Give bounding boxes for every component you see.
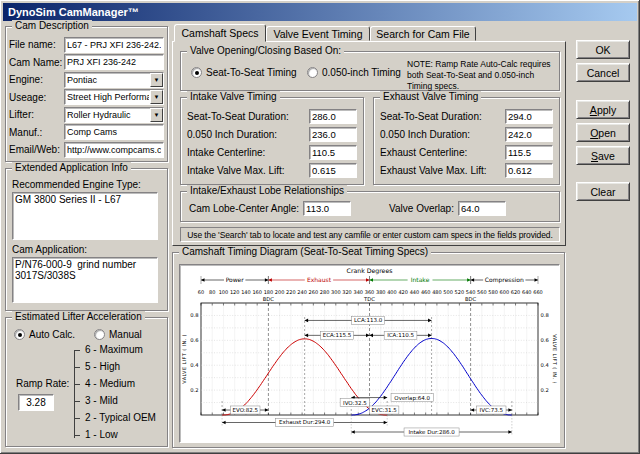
manual-radio[interactable]: Manual [94, 329, 142, 340]
timing-diagram-title: Camshaft Timing Diagram (Seat-To-Seat Ti… [179, 246, 431, 257]
tab-search-cam-file[interactable]: Search for Cam File [370, 26, 476, 41]
svg-text:0.6: 0.6 [190, 337, 198, 343]
svg-text:TDC: TDC [363, 296, 375, 302]
svg-text:0.2: 0.2 [190, 387, 198, 393]
scale-tick [74, 367, 80, 368]
svg-text:0.8: 0.8 [190, 312, 198, 318]
save-button[interactable]: Save [576, 146, 630, 165]
svg-text:0.4: 0.4 [190, 362, 199, 368]
svg-text:0.4: 0.4 [541, 362, 550, 368]
auto-calc-radio[interactable]: Auto Calc. [14, 329, 75, 340]
svg-text:Intake Dur:286.0: Intake Dur:286.0 [408, 429, 455, 435]
lca-label: Cam Lobe-Center Angle: [189, 203, 299, 214]
timing-basis-title: Valve Opening/Closing Based On: [187, 45, 344, 56]
svg-text:Crank Degrees: Crank Degrees [347, 267, 393, 275]
svg-text:200: 200 [275, 289, 285, 295]
exhaust-max-lift-input[interactable] [505, 163, 553, 178]
cancel-button[interactable]: Cancel [576, 63, 630, 82]
titlebar[interactable]: DynoSim CamManager™ [3, 3, 637, 21]
seat-to-seat-label: Seat-To-Seat Timing [206, 67, 297, 78]
manual-label: Manual [109, 329, 142, 340]
timing-diagram-group: Camshaft Timing Diagram (Seat-To-Seat Ti… [172, 252, 565, 448]
engine-label: Engine: [9, 74, 64, 85]
inch-timing-radio[interactable]: 0.050-inch Timing [307, 67, 401, 78]
valve-overlap-label: Valve Overlap: [389, 203, 454, 214]
tab-valve-event-timing-label: Valve Event Timing [273, 28, 362, 40]
svg-text:220: 220 [286, 289, 296, 295]
file-name-label: File name: [9, 39, 64, 50]
clear-button[interactable]: Clear [576, 182, 630, 201]
manuf-label: Manuf.: [9, 127, 64, 138]
svg-text:ECA:115.5: ECA:115.5 [323, 332, 352, 338]
scale-tick [74, 435, 80, 436]
svg-text:0.8: 0.8 [541, 312, 549, 318]
file-name-input[interactable] [64, 37, 164, 53]
tab-camshaft-specs[interactable]: Camshaft Specs [174, 24, 266, 42]
cammanager-window: DynoSim CamManager™ Cam Description File… [0, 0, 640, 454]
svg-text:Intake: Intake [411, 276, 430, 283]
svg-text:BDC: BDC [263, 296, 275, 302]
exhaust-sts-duration-label: Seat-To-Seat Duration: [380, 111, 505, 122]
svg-text:EVC:31.5: EVC:31.5 [372, 407, 398, 413]
timing-basis-group: Valve Opening/Closing Based On: Seat-To-… [180, 51, 560, 91]
chevron-down-icon[interactable]: ▼ [150, 73, 163, 87]
svg-text:Power: Power [226, 276, 245, 283]
tab-valve-event-timing[interactable]: Valve Event Timing [266, 26, 370, 41]
chevron-down-icon[interactable]: ▼ [150, 108, 163, 122]
auto-calc-label: Auto Calc. [29, 329, 75, 340]
intake-sts-duration-label: Seat-To-Seat Duration: [187, 111, 309, 122]
apply-button[interactable]: Apply [576, 100, 630, 119]
svg-text:380: 380 [376, 289, 386, 295]
radio-icon [191, 67, 202, 78]
useage-select[interactable]: Street High Performance ▼ [64, 89, 164, 105]
cam-name-input[interactable] [64, 54, 164, 70]
svg-text:460: 460 [421, 289, 431, 295]
search-hint-status: Use the 'Search' tab to locate and test … [180, 227, 560, 242]
exhaust-sts-duration-input[interactable] [505, 109, 553, 124]
email-web-input[interactable] [64, 142, 164, 158]
exhaust-max-lift-label: Exhaust Valve Max. Lift: [380, 165, 505, 176]
scale-item-mild: 3 - Mild [85, 395, 118, 406]
engine-type-textarea[interactable]: GM 3800 Series II - L67 [12, 192, 158, 240]
scale-item-low: 1 - Low [85, 429, 118, 440]
open-button[interactable]: Open [576, 123, 630, 142]
save-button-label: Save [591, 150, 615, 162]
exhaust-050-duration-input[interactable] [505, 127, 553, 142]
useage-label: Useage: [9, 92, 64, 103]
radio-icon [307, 67, 318, 78]
exhaust-row: 0.050 Inch Duration: [374, 125, 559, 143]
intake-050-duration-label: 0.050 Inch Duration: [187, 129, 309, 140]
svg-text:260: 260 [309, 289, 319, 295]
seat-to-seat-radio[interactable]: Seat-To-Seat Timing [191, 67, 297, 78]
chevron-down-icon[interactable]: ▼ [150, 90, 163, 104]
ramp-rate-value: 3.28 [18, 394, 54, 411]
intake-050-duration-input[interactable] [309, 127, 357, 142]
engine-row: Engine: Pontiac ▼ [6, 71, 167, 89]
exhaust-centerline-label: Exhaust Centerline: [380, 147, 505, 158]
open-button-label: Open [590, 127, 616, 139]
ok-button[interactable]: OK [576, 40, 630, 59]
intake-centerline-input[interactable] [309, 145, 357, 160]
svg-text:340: 340 [353, 289, 363, 295]
svg-text:Exhaust Dur:294.0: Exhaust Dur:294.0 [279, 419, 331, 425]
lobe-relationships-title: Intake/Exhaust Lobe Relationships [187, 185, 347, 196]
cam-application-label: Cam Application: [12, 244, 161, 255]
engine-select[interactable]: Pontiac ▼ [64, 72, 164, 88]
lifter-select[interactable]: Roller Hydraulic ▼ [64, 107, 164, 123]
intake-sts-duration-input[interactable] [309, 109, 357, 124]
manuf-input[interactable] [64, 124, 164, 140]
acceleration-scale-track[interactable] [74, 350, 75, 438]
valve-overlap-input[interactable] [458, 201, 506, 216]
radio-icon [94, 329, 105, 340]
svg-text:0.2: 0.2 [541, 387, 549, 393]
lifter-value: Roller Hydraulic [67, 109, 149, 121]
intake-row: 0.050 Inch Duration: [181, 125, 363, 143]
cam-application-textarea[interactable]: P/N76-000-9 grind number 3017S/3038S [12, 257, 158, 303]
intake-max-lift-input[interactable] [309, 163, 357, 178]
exhaust-centerline-input[interactable] [505, 145, 553, 160]
svg-text:540: 540 [466, 289, 476, 295]
lca-input[interactable] [303, 201, 351, 216]
cam-name-row: Cam Name: [6, 54, 167, 72]
svg-text:Exhaust: Exhaust [307, 276, 332, 283]
lifter-label: Lifter: [9, 109, 64, 120]
